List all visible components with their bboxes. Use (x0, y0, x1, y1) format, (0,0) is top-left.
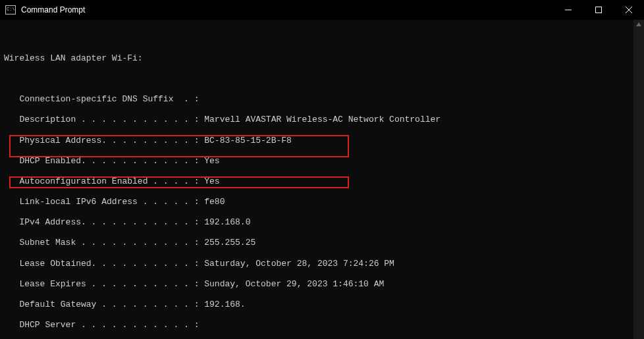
svg-rect-1 (596, 7, 602, 13)
output-line: DHCP Enabled. . . . . . . . . . . : Yes (4, 156, 640, 167)
terminal-output[interactable]: Wireless LAN adapter Wi-Fi: Connection-s… (0, 20, 644, 339)
section-header: Wireless LAN adapter Wi-Fi: (4, 53, 640, 64)
titlebar: Command Prompt (0, 0, 644, 20)
output-line: Subnet Mask . . . . . . . . . . . : 255.… (4, 238, 640, 248)
output-line: Autoconfiguration Enabled . . . . : Yes (4, 176, 640, 187)
output-line: Lease Obtained. . . . . . . . . . : Satu… (4, 259, 640, 269)
field-label: Default Gateway . . . . . . . . . : (4, 300, 204, 309)
minimize-button[interactable] (553, 0, 583, 20)
maximize-button[interactable] (583, 0, 614, 20)
field-value: 192.168. (204, 300, 245, 309)
field-label: DHCP Enabled. . . . . . . . . . . : (4, 156, 204, 166)
scroll-up-icon[interactable] (635, 21, 642, 28)
field-label: Autoconfiguration Enabled . . . . : (4, 176, 204, 186)
output-line: Physical Address. . . . . . . . . : BC-8… (4, 136, 640, 146)
output-line (4, 74, 640, 84)
field-value: 255.255.25 (204, 238, 255, 248)
field-label: Connection-specific DNS Suffix . : (4, 94, 199, 104)
field-value: Saturday, October 28, 2023 7:24:26 PM (204, 259, 394, 269)
output-line: IPv4 Address. . . . . . . . . . . : 192.… (4, 217, 640, 228)
field-label: Description . . . . . . . . . . . : (4, 115, 204, 124)
field-value: BC-83-85-15-2B-F8 (204, 136, 292, 145)
output-line: Description . . . . . . . . . . . : Marv… (4, 115, 640, 125)
field-label: DHCP Server . . . . . . . . . . . : (4, 320, 204, 330)
output-line (4, 33, 640, 43)
command-prompt-icon (5, 5, 16, 14)
field-value: Yes (204, 176, 219, 186)
field-label: Lease Expires . . . . . . . . . . : (4, 279, 204, 289)
close-button[interactable] (614, 0, 644, 20)
field-label: Subnet Mask . . . . . . . . . . . : (4, 238, 204, 248)
field-label: Link-local IPv6 Address . . . . . : (4, 197, 204, 207)
output-line: Link-local IPv6 Address . . . . . : fe80 (4, 197, 640, 207)
field-label: Physical Address. . . . . . . . . : (4, 136, 204, 145)
field-value: Sunday, October 29, 2023 1:46:10 AM (204, 279, 384, 289)
field-label: Lease Obtained. . . . . . . . . . : (4, 259, 204, 269)
output-line: DHCP Server . . . . . . . . . . . : (4, 320, 640, 330)
output-line: Default Gateway . . . . . . . . . : 192.… (4, 300, 640, 310)
output-line: Lease Expires . . . . . . . . . . : Sund… (4, 279, 640, 290)
field-value: Marvell AVASTAR Wireless-AC Network Cont… (204, 115, 441, 124)
field-label: IPv4 Address. . . . . . . . . . . : (4, 217, 204, 227)
field-value: 192.168.0 (204, 217, 250, 227)
field-value: fe80 (204, 197, 225, 207)
field-value: Yes (204, 156, 219, 166)
window-title: Command Prompt (21, 5, 85, 14)
window-controls (553, 0, 644, 20)
scrollbar[interactable] (633, 20, 644, 339)
output-line: Connection-specific DNS Suffix . : (4, 94, 640, 105)
